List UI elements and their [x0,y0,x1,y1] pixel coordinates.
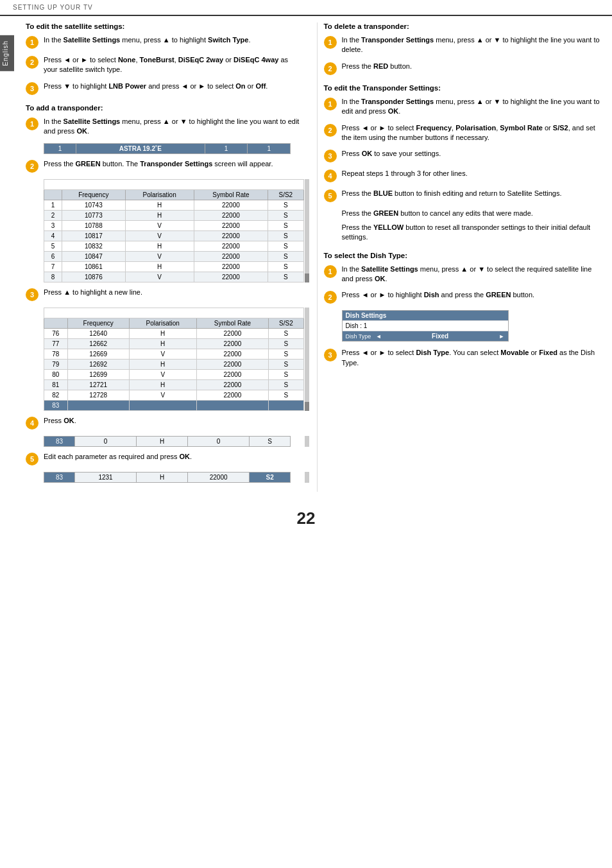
step-text-etp2: Press ◄ or ► to select Frequency, Polari… [342,123,602,143]
dish-type-row: Dish Type ◄ Fixed ► [343,331,508,341]
ok-row: 83 0 H 0 S [44,436,291,446]
add-transponder-section: To add a transponder: 1 In the Satellite… [26,104,304,483]
edit-transponder-heading: To edit the Transponder Settings: [324,84,602,92]
scrollbar-thumb-1 [305,273,309,282]
step-edit-sat-1: 1 In the Satellite Settings menu, press … [26,35,304,49]
step-num-etp5: 5 [324,189,337,202]
step-num-add2: 2 [26,160,38,173]
edit-col3: H [137,472,188,482]
dish-settings-dish-row: Dish : 1 [343,320,508,331]
step-num-add1: 1 [26,117,38,130]
table-row: 710861H22000S [44,261,304,272]
tp2-th-num [44,318,68,328]
step-text-add1: In the Satellite Settings menu, press ▲ … [44,117,304,137]
edit-transponder-section: To edit the Transponder Settings: 1 In t… [324,84,602,243]
table-row-highlighted: 83 [44,400,304,410]
tp-th-ss2: S/S2 [268,189,303,200]
step-edit-tp-1: 1 In the Transponder Settings menu, pres… [324,97,602,117]
ok-row-table: 83 0 H 0 S [44,436,291,447]
step-num-2: 2 [26,56,38,69]
step-add-tp-1: 1 In the Satellite Settings menu, press … [26,117,304,137]
step-text-dish2: Press ◄ or ► to highlight Dish and press… [342,290,535,300]
step-text-add3: Press ▲ to highlight a new line. [44,288,142,297]
scrollbar-1[interactable] [305,179,309,282]
tp-table2-title: Transponder Settings [44,308,304,318]
step-del-2: 2 Press the RED button. [324,62,602,75]
step-text-etp3: Press OK to save your settings. [342,149,441,159]
edit-row: 83 1231 H 22000 S2 [44,472,291,482]
step-num-del1: 1 [324,36,337,49]
note-green: Press the GREEN button to cancel any edi… [342,209,602,218]
main-content: To edit the satellite settings: 1 In the… [15,16,612,498]
tp-table2-header: Frequency Polarisation Symbol Rate S/S2 [44,318,304,328]
step-edit-tp-2: 2 Press ◄ or ► to select Frequency, Pola… [324,123,602,143]
step-add-tp-2: 2 Press the GREEN button. The Transponde… [26,159,304,173]
left-column: To edit the satellite settings: 1 In the… [26,22,304,492]
table-row: 410817V22000S [44,230,304,241]
dish-settings-wrapper: Dish Settings Dish : 1 Dish Type ◄ Fixed… [342,310,602,342]
hr-col3: 1 [205,143,248,153]
scrollbar-3 [305,436,309,447]
tp-th-num [44,189,62,200]
step-num-add5: 5 [26,453,38,465]
scrollbar-2[interactable] [305,308,309,411]
step-text-2: Press ◄ or ► to select None, ToneBurst, … [44,55,304,75]
sidebar-language-tab: English [0,35,14,71]
dish-type-label: Dish Type ◄ [346,333,382,340]
step-text-add4: Press OK. [44,416,76,426]
dish-settings-title: Dish Settings [343,311,508,320]
hr-col2: ASTRA 19.2˚E [76,143,205,153]
step-text-dish3: Press ◄ or ► to select Dish Type. You ca… [342,348,602,368]
table-row: 8012699V22000S [44,369,304,379]
step-num-etp4: 4 [324,169,337,182]
dish-settings-box: Dish Settings Dish : 1 Dish Type ◄ Fixed… [342,310,509,342]
transponder-table-2: Transponder Settings Frequency Polarisat… [44,308,304,411]
edit-satellite-section: To edit the satellite settings: 1 In the… [26,22,304,95]
delete-transponder-heading: To delete a transponder: [324,22,602,30]
edit-satellite-heading: To edit the satellite settings: [26,22,304,30]
step-text-etp4: Repeat steps 1 through 3 for other lines… [342,169,468,178]
step-num-dish2: 2 [324,291,337,304]
select-dish-heading: To select the Dish Type: [324,252,602,259]
ok-col1: 83 [44,436,75,446]
table-row: 110743H22000S [44,200,304,210]
step-edit-tp-4: 4 Repeat steps 1 through 3 for other lin… [324,169,602,182]
ok-col5: S [250,436,291,446]
step-num-del2: 2 [324,62,337,75]
highlight-row-table: 1 ASTRA 19.2˚E 1 1 [44,143,291,154]
page-number: 22 [0,498,612,534]
tp-table2-wrapper: Transponder Settings Frequency Polarisat… [44,308,304,411]
step-text-del2: Press the RED button. [342,62,412,71]
table-row: 7912692H22000S [44,359,304,369]
tp2-th-freq: Frequency [67,318,129,328]
table-row: 210773H22000S [44,210,304,220]
edit-row-wrapper: 83 1231 H 22000 S2 [44,472,304,483]
ok-row-wrapper: 83 0 H 0 S [44,436,304,447]
step-num-dish1: 1 [324,265,337,278]
highlight-row-wrapper: 1 ASTRA 19.2˚E 1 1 [44,143,304,154]
tp-th-freq: Frequency [62,189,126,200]
step-num-1: 1 [26,36,38,49]
step-edit-tp-5: 5 Press the BLUE button to finish editin… [324,189,602,202]
step-add-tp-4: 4 Press OK. [26,416,304,430]
table-row: 7612640H22000S [44,328,304,338]
delete-transponder-section: To delete a transponder: 1 In the Transp… [324,22,602,75]
dish-type-arrow-right: ► [499,333,505,340]
edit-col2: 1231 [75,472,137,482]
dish-type-value: Fixed [432,333,448,340]
select-dish-section: To select the Dish Type: 1 In the Satell… [324,252,602,369]
table-row: 610847V22000S [44,251,304,261]
step-del-1: 1 In the Transponder Settings menu, pres… [324,35,602,55]
tp-table1-title: Transponder Settings [44,179,304,189]
step-edit-sat-3: 3 Press ▼ to highlight LNB Power and pre… [26,82,304,95]
ok-col2: 0 [75,436,137,446]
step-num-dish3: 3 [324,349,337,361]
tp-table2-title-row: Transponder Settings [44,308,304,318]
step-text-add2: Press the GREEN button. The Transponder … [44,159,273,169]
note-yellow: Press the YELLOW button to reset all tra… [342,223,602,243]
step-text-1: In the Satellite Settings menu, press ▲ … [44,35,251,45]
step-dish-3: 3 Press ◄ or ► to select Dish Type. You … [324,348,602,368]
tp-table1-title-row: Transponder Settings [44,179,304,189]
table-row: 510832H22000S [44,241,304,251]
highlight-row: 1 ASTRA 19.2˚E 1 1 [44,143,291,153]
